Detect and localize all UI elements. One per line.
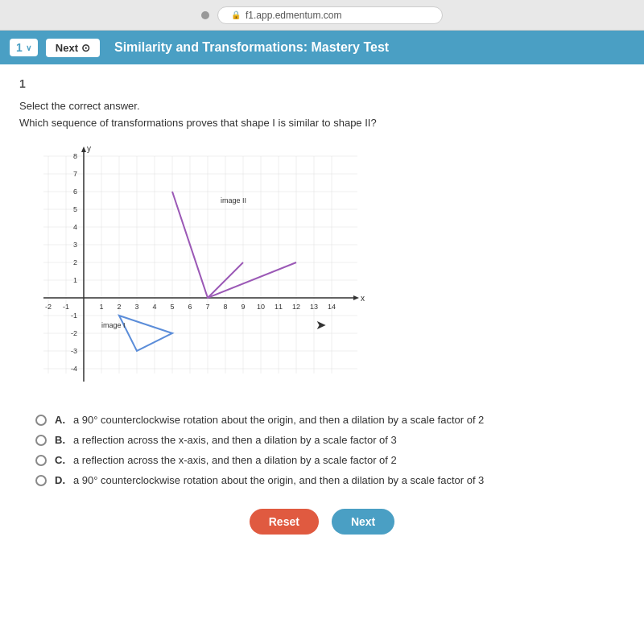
svg-text:8: 8 [73,152,77,160]
radio-c[interactable] [35,455,47,466]
svg-text:-4: -4 [71,365,77,373]
choice-a-text: a 90° counterclockwise rotation about th… [73,414,484,426]
svg-text:2: 2 [117,303,121,311]
svg-text:-2: -2 [71,329,77,337]
label-d: D. [55,474,65,486]
svg-marker-33 [81,147,86,152]
svg-text:4: 4 [73,223,77,231]
choice-d-text: a 90° counterclockwise rotation about th… [73,474,484,486]
svg-text:6: 6 [73,188,77,196]
choice-a[interactable]: A. a 90° counterclockwise rotation about… [35,414,625,426]
svg-text:-3: -3 [71,347,77,355]
svg-marker-31 [353,295,359,300]
svg-text:y: y [87,144,91,153]
choice-d[interactable]: D. a 90° counterclockwise rotation about… [35,474,625,486]
svg-text:image I: image I [101,321,126,329]
svg-text:1: 1 [99,303,103,311]
svg-text:➤: ➤ [316,318,326,332]
answer-choices: A. a 90° counterclockwise rotation about… [35,414,625,486]
svg-text:4: 4 [152,303,156,311]
label-b: B. [55,434,65,446]
lock-icon: 🔒 [231,10,241,19]
svg-text:5: 5 [73,205,77,213]
coordinate-graph: -2 -1 1 2 3 4 5 6 7 8 9 10 11 12 13 14 x… [35,140,374,398]
svg-text:-1: -1 [71,312,77,320]
step-number: 1 [16,41,23,54]
nav-next-button[interactable]: Next ⊙ [46,39,100,57]
choice-c[interactable]: C. a reflection across the x-axis, and t… [35,454,625,466]
instruction-text: Select the correct answer. [19,100,625,112]
svg-text:-2: -2 [45,303,52,311]
label-a: A. [55,414,65,426]
nav-bar: 1 ∨ Next ⊙ Similarity and Transformation… [0,31,644,64]
svg-text:x: x [361,294,365,303]
svg-text:12: 12 [292,303,300,311]
choice-c-text: a reflection across the x-axis, and then… [73,454,397,466]
label-c: C. [55,454,65,466]
svg-text:6: 6 [188,303,192,311]
svg-text:7: 7 [205,303,209,311]
radio-a[interactable] [35,415,47,426]
url-text: f1.app.edmentum.com [246,10,341,21]
svg-text:14: 14 [328,303,336,311]
svg-text:13: 13 [310,303,318,311]
svg-text:5: 5 [170,303,174,311]
svg-text:2: 2 [73,258,77,266]
nav-title: Similarity and Transformations: Mastery … [114,40,389,55]
svg-text:3: 3 [73,241,77,249]
nav-info-icon: ⊙ [81,42,90,54]
browser-url: 🔒 f1.app.edmentum.com [217,6,443,24]
svg-text:-1: -1 [63,303,69,311]
browser-bar: 🔒 f1.app.edmentum.com [0,0,644,31]
browser-circle [201,11,209,19]
radio-b[interactable] [35,435,47,446]
bottom-bar: Reset Next [19,509,625,543]
svg-text:11: 11 [275,303,283,311]
main-content: 1 Select the correct answer. Which seque… [0,64,644,644]
next-button[interactable]: Next [332,509,394,535]
svg-text:8: 8 [223,303,227,311]
nav-next-label: Next [56,42,78,54]
radio-d[interactable] [35,475,47,486]
reset-button[interactable]: Reset [250,509,319,535]
nav-step: 1 ∨ [10,39,38,56]
svg-text:9: 9 [241,303,245,311]
svg-text:10: 10 [257,303,265,311]
svg-text:1: 1 [73,276,77,284]
svg-text:7: 7 [73,170,77,178]
chevron-icon: ∨ [26,43,31,52]
graph-container: -2 -1 1 2 3 4 5 6 7 8 9 10 11 12 13 14 x… [35,140,374,398]
svg-text:image II: image II [221,196,246,204]
question-number: 1 [19,77,625,90]
svg-text:3: 3 [134,303,138,311]
choice-b[interactable]: B. a reflection across the x-axis, and t… [35,434,625,446]
question-text: Which sequence of transformations proves… [19,117,625,129]
choice-b-text: a reflection across the x-axis, and then… [73,434,397,446]
